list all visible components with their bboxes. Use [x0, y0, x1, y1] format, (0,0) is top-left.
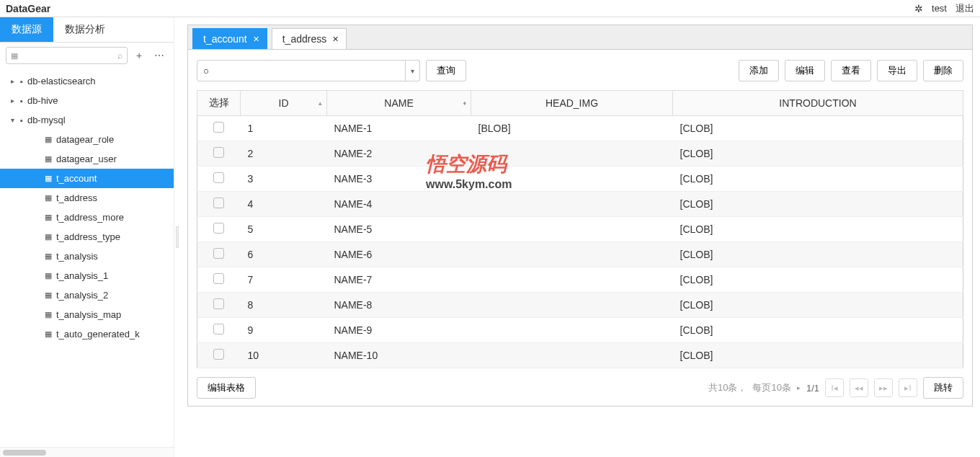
- tree-node-t_analysis_2[interactable]: ▦t_analysis_2: [0, 285, 174, 305]
- table-row[interactable]: 7NAME-7[CLOB]: [197, 267, 963, 293]
- table-icon: ▦: [45, 174, 52, 183]
- row-checkbox[interactable]: [213, 248, 224, 259]
- tree-toggle-icon[interactable]: ▸: [7, 97, 17, 105]
- tree-node-t_analysis_1[interactable]: ▦t_analysis_1: [0, 266, 174, 285]
- col-id[interactable]: ID▴: [241, 91, 327, 116]
- row-checkbox[interactable]: [213, 122, 224, 133]
- row-checkbox[interactable]: [213, 298, 224, 309]
- tree-label: db-hive: [27, 95, 58, 106]
- table-row[interactable]: 9NAME-9[CLOB]: [197, 318, 963, 343]
- edit-grid-button[interactable]: 编辑表格: [197, 377, 256, 399]
- row-checkbox[interactable]: [213, 324, 224, 334]
- table-icon: ▦: [45, 310, 52, 319]
- pager-perpage[interactable]: 每页10条: [752, 381, 790, 394]
- pager-prev[interactable]: ◂◂: [850, 378, 868, 397]
- row-checkbox[interactable]: [213, 223, 224, 234]
- tree-search-input[interactable]: ▦ ⌕: [6, 47, 128, 64]
- table-row[interactable]: 8NAME-8[CLOB]: [197, 293, 963, 318]
- tab-analysis[interactable]: 数据分析: [53, 17, 117, 42]
- tree-toggle-icon[interactable]: ▾: [7, 116, 17, 124]
- tree-node-t_address_type[interactable]: ▦t_address_type: [0, 227, 174, 247]
- pager-first[interactable]: I◂: [825, 378, 844, 397]
- table-row[interactable]: 1NAME-1[BLOB][CLOB]: [197, 116, 963, 141]
- table-row[interactable]: 4NAME-4[CLOB]: [197, 192, 963, 217]
- pager-jump-button[interactable]: 跳转: [923, 377, 963, 399]
- row-checkbox[interactable]: [213, 273, 224, 284]
- row-checkbox[interactable]: [213, 147, 224, 158]
- action-删除[interactable]: 删除: [923, 60, 963, 81]
- table-row[interactable]: 10NAME-10[CLOB]: [197, 343, 963, 368]
- user-label[interactable]: test: [932, 3, 947, 14]
- data-table: 选择 ID▴ NAME♦ HEAD_IMG INTRODUCTION 1NAME…: [197, 90, 963, 368]
- table-row[interactable]: 5NAME-5[CLOB]: [197, 217, 963, 242]
- tree-label: db-elasticsearch: [27, 76, 96, 86]
- col-head-img[interactable]: HEAD_IMG: [471, 91, 673, 116]
- action-查看[interactable]: 查看: [831, 60, 871, 81]
- tree-label: t_analysis: [56, 251, 98, 262]
- tree-node-datagear_user[interactable]: ▦datagear_user: [0, 149, 174, 169]
- content-tab-t_account[interactable]: t_account✕: [192, 28, 267, 49]
- cell-intro: [CLOB]: [673, 242, 963, 267]
- tree-toggle-icon[interactable]: ▸: [7, 77, 17, 85]
- horizontal-scrollbar[interactable]: [0, 447, 174, 457]
- tree-node-datagear_role[interactable]: ▦datagear_role: [0, 130, 174, 149]
- row-checkbox[interactable]: [213, 349, 224, 360]
- action-导出[interactable]: 导出: [877, 60, 917, 81]
- table-icon: ▦: [45, 271, 52, 280]
- content-tab-t_address[interactable]: t_address✕: [272, 28, 347, 49]
- sidebar-resize-handle[interactable]: [174, 17, 180, 457]
- datasource-tree: ▸▪db-elasticsearch▸▪db-hive▾▪db-mysql▦da…: [0, 68, 174, 447]
- pager-last[interactable]: ▸I: [899, 378, 917, 397]
- filter-dropdown[interactable]: ▾: [406, 60, 420, 81]
- tree-node-db-mysql[interactable]: ▾▪db-mysql: [0, 110, 174, 130]
- table-icon: ▦: [45, 193, 52, 203]
- tree-node-t_analysis_map[interactable]: ▦t_analysis_map: [0, 305, 174, 324]
- filter-input[interactable]: [197, 60, 406, 81]
- cell-intro: [CLOB]: [673, 167, 963, 192]
- row-checkbox[interactable]: [213, 172, 224, 183]
- row-checkbox[interactable]: [213, 198, 224, 208]
- add-datasource-button[interactable]: +: [130, 47, 148, 64]
- col-name[interactable]: NAME♦: [327, 91, 471, 116]
- tree-label: t_address_more: [56, 212, 124, 223]
- col-select[interactable]: 选择: [197, 91, 241, 116]
- table-icon: ▦: [45, 154, 52, 164]
- tree-node-db-elasticsearch[interactable]: ▸▪db-elasticsearch: [0, 71, 174, 91]
- search-icon[interactable]: ⌕: [117, 50, 122, 61]
- tree-node-t_account[interactable]: ▦t_account: [0, 169, 174, 188]
- action-添加[interactable]: 添加: [739, 60, 779, 81]
- tree-label: datagear_user: [56, 154, 117, 164]
- cell-head-img: [471, 141, 673, 167]
- folder-icon: ▪: [20, 116, 23, 125]
- tree-node-db-hive[interactable]: ▸▪db-hive: [0, 91, 174, 110]
- logout-link[interactable]: 退出: [956, 2, 974, 15]
- tree-node-t_address_more[interactable]: ▦t_address_more: [0, 208, 174, 227]
- close-icon[interactable]: ✕: [332, 35, 339, 44]
- table-icon: ▦: [45, 135, 52, 144]
- cell-id: 4: [241, 192, 327, 217]
- more-datasource-button[interactable]: ⋯: [151, 47, 168, 64]
- action-编辑[interactable]: 编辑: [785, 60, 825, 81]
- cell-head-img: [471, 217, 673, 242]
- cell-name: NAME-10: [327, 343, 471, 368]
- tree-node-t_analysis[interactable]: ▦t_analysis: [0, 247, 174, 266]
- tree-node-t_address[interactable]: ▦t_address: [0, 188, 174, 208]
- cell-intro: [CLOB]: [673, 217, 963, 242]
- table-row[interactable]: 6NAME-6[CLOB]: [197, 242, 963, 267]
- cell-name: NAME-4: [327, 192, 471, 217]
- cell-id: 2: [241, 141, 327, 167]
- tree-node-t_auto_generated_k[interactable]: ▦t_auto_generated_k: [0, 324, 174, 344]
- close-icon[interactable]: ✕: [253, 35, 259, 44]
- table-row[interactable]: 3NAME-3[CLOB]: [197, 167, 963, 192]
- pager-next[interactable]: ▸▸: [874, 378, 893, 397]
- table-row[interactable]: 2NAME-2[CLOB]: [197, 141, 963, 167]
- query-button[interactable]: 查询: [426, 60, 466, 81]
- table-icon: ▦: [45, 329, 52, 339]
- content-tabs: t_account✕t_address✕: [187, 25, 973, 50]
- cell-intro: [CLOB]: [673, 116, 963, 141]
- cell-id: 5: [241, 217, 327, 242]
- col-introduction[interactable]: INTRODUCTION: [673, 91, 963, 116]
- cell-head-img: [BLOB]: [471, 116, 673, 141]
- tab-datasource[interactable]: 数据源: [0, 17, 53, 42]
- settings-icon[interactable]: ✲: [914, 3, 923, 14]
